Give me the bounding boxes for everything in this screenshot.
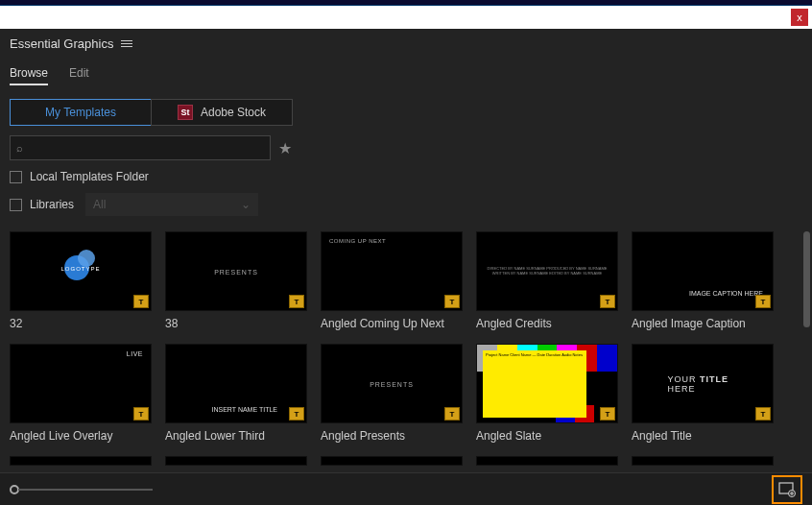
window-chrome: x [0, 6, 812, 29]
source-my-templates[interactable]: My Templates [10, 99, 152, 126]
adobe-stock-icon: St [178, 105, 193, 120]
template-item [10, 456, 152, 466]
thumb-text: LIVE [127, 350, 143, 357]
search-box[interactable]: ⌕ [10, 135, 271, 160]
close-button[interactable]: x [791, 9, 808, 26]
thumb-text: PRESENTS [370, 380, 414, 387]
search-icon: ⌕ [16, 142, 23, 154]
chevron-down-icon: ⌄ [241, 198, 251, 211]
template-item [321, 456, 463, 466]
template-grid-wrap: LOGOTYPE T 32 PRESENTS T 38 COMING UP NE… [0, 226, 812, 472]
template-label: Angled Coming Up Next [321, 317, 463, 330]
scrollbar-thumb[interactable] [803, 231, 810, 327]
favorites-star-icon[interactable]: ★ [278, 139, 292, 157]
template-item: LIVE T Angled Live Overlay [10, 344, 152, 443]
filter-local-folder: Local Templates Folder [10, 170, 802, 183]
template-thumb-lower-third[interactable]: INSERT NAME TITLE T [165, 344, 307, 423]
thumb-text: YOUR TITLE HERE [668, 374, 738, 394]
libraries-dropdown[interactable]: All ⌄ [85, 193, 258, 216]
panel-header: Essential Graphics [0, 29, 812, 59]
bottom-bar [0, 472, 812, 505]
template-item [632, 456, 774, 466]
essential-graphics-panel: Essential Graphics Browse Edit My Templa… [0, 29, 812, 505]
mogrt-badge-icon: T [755, 407, 771, 421]
libraries-label: Libraries [30, 198, 74, 211]
template-item: COMING UP NEXT T Angled Coming Up Next [321, 231, 463, 330]
mogrt-badge-icon: T [444, 407, 460, 421]
tab-edit[interactable]: Edit [69, 62, 89, 85]
template-label: Angled Lower Third [165, 429, 307, 443]
adobe-stock-label: Adobe Stock [201, 106, 266, 119]
mogrt-badge-icon: T [289, 295, 304, 308]
thumb-text: PRESENTS [214, 268, 258, 275]
mogrt-badge-icon: T [133, 407, 149, 421]
template-thumb-partial[interactable] [165, 456, 307, 466]
local-folder-label: Local Templates Folder [30, 170, 149, 183]
thumbnail-size-slider[interactable] [10, 485, 153, 494]
search-row: ⌕ ★ [0, 135, 812, 170]
template-item: PRESENTS T 38 [165, 231, 307, 330]
template-thumb-partial[interactable] [476, 456, 618, 466]
template-item: DIRECTED BY NAME SURNAME PRODUCED BY NAM… [476, 231, 618, 330]
template-label: 32 [10, 317, 152, 330]
panel-title: Essential Graphics [10, 36, 113, 51]
mogrt-badge-icon: T [755, 295, 771, 308]
template-label: Angled Presents [321, 429, 463, 443]
new-layer-icon [778, 482, 796, 497]
mogrt-badge-icon: T [289, 407, 304, 421]
template-thumb-presents[interactable]: PRESENTS T [321, 344, 463, 423]
thumb-text: INSERT NAME TITLE [212, 406, 277, 413]
template-thumb-32[interactable]: LOGOTYPE T [10, 231, 152, 311]
filter-libraries: Libraries All ⌄ [10, 193, 802, 216]
search-input[interactable] [27, 141, 264, 155]
filter-section: Local Templates Folder Libraries All ⌄ [0, 170, 812, 226]
template-item: IMAGE CAPTION HERE T Angled Image Captio… [632, 231, 774, 330]
template-thumb-live[interactable]: LIVE T [10, 344, 152, 423]
tab-browse[interactable]: Browse [10, 62, 48, 85]
template-item: YOUR TITLE HERE T Angled Title [632, 344, 774, 443]
thumb-text: LOGOTYPE [60, 266, 100, 272]
template-thumb-partial[interactable] [321, 456, 463, 466]
source-adobe-stock[interactable]: St Adobe Stock [151, 99, 293, 126]
template-thumb-coming-up[interactable]: COMING UP NEXT T [321, 231, 463, 311]
template-label: Angled Image Caption [632, 317, 774, 330]
libraries-dropdown-value: All [93, 198, 106, 211]
source-tabs: My Templates St Adobe Stock [0, 85, 812, 135]
slider-track[interactable] [18, 489, 153, 491]
thumb-text: COMING UP NEXT [329, 238, 386, 244]
mogrt-badge-icon: T [600, 407, 615, 421]
template-label: Angled Title [632, 429, 774, 443]
template-item [165, 456, 307, 466]
template-thumb-38[interactable]: PRESENTS T [165, 231, 307, 311]
template-label: 38 [165, 317, 307, 330]
local-folder-checkbox[interactable] [10, 171, 22, 183]
template-thumb-title[interactable]: YOUR TITLE HERE T [632, 344, 774, 423]
template-thumb-partial[interactable] [632, 456, 774, 466]
mogrt-badge-icon: T [444, 295, 460, 308]
mogrt-badge-icon: T [600, 295, 615, 308]
thumb-text: IMAGE CAPTION HERE [689, 290, 763, 297]
template-label: Angled Slate [476, 429, 618, 443]
thumb-text: DIRECTED BY NAME SURNAME PRODUCED BY NAM… [484, 266, 609, 277]
template-label: Angled Live Overlay [10, 429, 152, 443]
template-item [476, 456, 618, 466]
slate-info: Project Name Client Name — Date Duration… [483, 350, 586, 418]
template-item: Project Name Client Name — Date Duration… [476, 344, 618, 443]
new-layer-button[interactable] [772, 475, 802, 504]
template-thumb-credits[interactable]: DIRECTED BY NAME SURNAME PRODUCED BY NAM… [476, 231, 618, 311]
mogrt-badge-icon: T [133, 295, 149, 308]
template-label: Angled Credits [476, 317, 618, 330]
libraries-checkbox[interactable] [10, 199, 22, 211]
template-grid: LOGOTYPE T 32 PRESENTS T 38 COMING UP NE… [10, 231, 802, 466]
template-thumb-caption[interactable]: IMAGE CAPTION HERE T [632, 231, 774, 311]
template-item: PRESENTS T Angled Presents [321, 344, 463, 443]
template-thumb-partial[interactable] [10, 456, 152, 466]
template-item: INSERT NAME TITLE T Angled Lower Third [165, 344, 307, 443]
panel-menu-icon[interactable] [121, 40, 132, 47]
logo-shape [78, 250, 95, 267]
template-item: LOGOTYPE T 32 [10, 231, 152, 330]
template-thumb-slate[interactable]: Project Name Client Name — Date Duration… [476, 344, 618, 423]
mode-tabs: Browse Edit [0, 59, 812, 85]
